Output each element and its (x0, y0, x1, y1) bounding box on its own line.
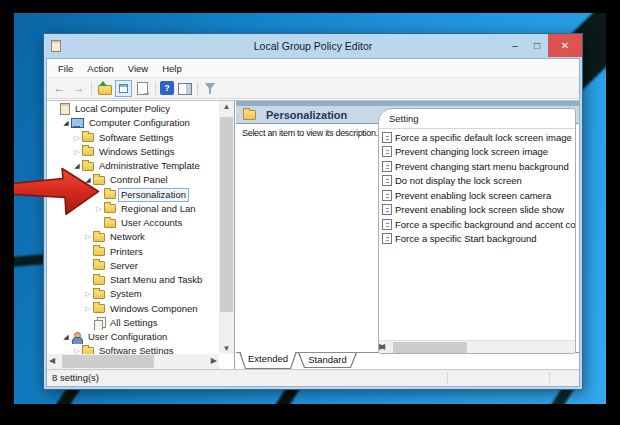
settings-list: Force a specific default lock screen ima… (379, 130, 575, 339)
tree-item-label: Regional and Lan (119, 203, 197, 215)
setting-label: Force a specific background and accent c… (395, 219, 575, 230)
setting-item-force-a-specific-default-lock-screen-image[interactable]: Force a specific default lock screen ima… (379, 130, 575, 145)
setting-label: Prevent changing start menu background (395, 161, 569, 172)
tree-item-label: Printers (108, 246, 145, 258)
tree-item-system[interactable]: ▷System (47, 287, 219, 301)
folder-icon (82, 133, 94, 142)
tab-extended[interactable]: Extended (239, 352, 297, 369)
help-icon[interactable]: ? (160, 81, 174, 95)
tree-item-windows-settings[interactable]: ▷Windows Settings (47, 145, 219, 159)
scrollbar-thumb[interactable] (393, 342, 467, 353)
expanded-expander-icon[interactable]: ◢ (72, 162, 82, 170)
menu-action[interactable]: Action (80, 63, 120, 74)
scrollbar-thumb[interactable] (220, 117, 233, 312)
desktop-wallpaper: Local Group Policy Editor – □ ✕ FileActi… (14, 13, 606, 404)
scroll-right-icon[interactable]: ▶ (211, 356, 217, 365)
tree-item-personalization[interactable]: Personalization (47, 188, 219, 202)
computer-icon (71, 118, 84, 129)
expanded-expander-icon[interactable]: ◢ (83, 176, 93, 184)
tree-item-label: User Accounts (119, 217, 184, 229)
scroll-right-icon[interactable]: ▶ (379, 342, 385, 351)
tree-item-start-menu-and-taskb[interactable]: Start Menu and Taskb (47, 273, 219, 287)
tree-item-software-settings[interactable]: ▷Software Settings (47, 344, 219, 354)
scrollbar-thumb[interactable] (62, 355, 154, 368)
scroll-down-icon[interactable]: ▼ (219, 344, 234, 353)
title-bar[interactable]: Local Group Policy Editor – □ ✕ (44, 34, 582, 58)
tab-label: Extended (239, 353, 297, 364)
tree-item-label: Personalization (119, 189, 188, 201)
show-console-tree-icon[interactable] (115, 80, 132, 97)
window-controls: – □ ✕ (504, 34, 582, 57)
up-one-level-icon[interactable] (96, 80, 113, 97)
maximize-button[interactable]: □ (526, 34, 548, 57)
menu-file[interactable]: File (51, 63, 80, 74)
setting-item-prevent-changing-start-menu-background[interactable]: Prevent changing start menu background (379, 159, 575, 174)
setting-item-force-a-specific-start-background[interactable]: Force a specific Start background (379, 232, 575, 247)
tree-item-label: All Settings (108, 317, 160, 329)
tree-item-printers[interactable]: Printers (47, 245, 219, 259)
policy-icon (60, 103, 70, 115)
tree-item-all-settings[interactable]: All Settings (47, 316, 219, 330)
tree-item-software-settings[interactable]: ▷Software Settings (47, 131, 219, 145)
tree-item-label: User Configuration (86, 331, 169, 343)
collapsed-expander-icon[interactable]: ▷ (83, 233, 93, 241)
close-button[interactable]: ✕ (548, 34, 582, 57)
scroll-left-icon[interactable]: ◀ (49, 356, 55, 365)
menu-view[interactable]: View (121, 63, 155, 74)
tree-item-label: Windows Settings (97, 146, 177, 158)
setting-item-force-a-specific-background-and-accent-color[interactable]: Force a specific background and accent c… (379, 217, 575, 232)
collapsed-expander-icon[interactable]: ▷ (83, 305, 93, 313)
folder-icon (104, 219, 116, 228)
tab-standard[interactable]: Standard (298, 353, 357, 368)
tab-label: Standard (298, 354, 357, 365)
setting-label: Prevent enabling lock screen slide show (395, 204, 564, 215)
tree-item-regional-and-lan[interactable]: ▷Regional and Lan (47, 202, 219, 216)
scroll-up-icon[interactable]: ▲ (219, 102, 234, 111)
collapsed-expander-icon[interactable]: ▷ (94, 205, 104, 213)
tree-item-network[interactable]: ▷Network (47, 230, 219, 244)
list-horizontal-scrollbar[interactable]: ◀ ▶ (379, 340, 575, 353)
show-action-pane-icon[interactable] (176, 80, 193, 97)
tree-item-server[interactable]: Server (47, 259, 219, 273)
forward-icon[interactable]: → (70, 80, 87, 97)
setting-item-do-not-display-the-lock-screen[interactable]: Do not display the lock screen (379, 174, 575, 189)
tree-item-computer-configuration[interactable]: ◢Computer Configuration (47, 116, 219, 130)
folder-icon (93, 233, 105, 242)
filter-icon[interactable] (202, 80, 219, 97)
main-area: Local Computer Policy◢Computer Configura… (47, 100, 579, 369)
collapsed-expander-icon[interactable]: ▷ (72, 148, 82, 156)
tree-item-local-computer-policy[interactable]: Local Computer Policy (47, 102, 219, 116)
console-tree: Local Computer Policy◢Computer Configura… (47, 102, 219, 354)
tree-item-administrative-template[interactable]: ◢Administrative Template (47, 159, 219, 173)
setting-label: Force a specific default lock screen ima… (395, 132, 572, 143)
setting-item-prevent-enabling-lock-screen-camera[interactable]: Prevent enabling lock screen camera (379, 188, 575, 203)
setting-item-prevent-changing-lock-screen-image[interactable]: Prevent changing lock screen image (379, 145, 575, 160)
tree-horizontal-scrollbar[interactable]: ◀ ▶ (47, 354, 219, 369)
policy-setting-icon (382, 161, 392, 172)
menu-help[interactable]: Help (155, 63, 189, 74)
tree-item-user-configuration[interactable]: ◢User Configuration (47, 330, 219, 344)
setting-label: Prevent changing lock screen image (395, 146, 548, 157)
setting-label: Do not display the lock screen (395, 175, 522, 186)
minimize-button[interactable]: – (504, 34, 526, 57)
expanded-expander-icon[interactable]: ◢ (61, 333, 71, 341)
tree-vertical-scrollbar[interactable]: ▲ ▼ (219, 101, 234, 354)
setting-column-header[interactable]: Setting (379, 109, 575, 129)
collapsed-expander-icon[interactable]: ▷ (72, 134, 82, 142)
policy-setting-icon (382, 204, 392, 215)
tree-item-user-accounts[interactable]: User Accounts (47, 216, 219, 230)
tree-item-control-panel[interactable]: ◢Control Panel (47, 173, 219, 187)
tree-item-windows-componen[interactable]: ▷Windows Componen (47, 302, 219, 316)
collapsed-expander-icon[interactable]: ▷ (72, 347, 82, 354)
user-icon (71, 332, 83, 343)
export-list-icon[interactable] (134, 80, 151, 97)
console-tree-pane: Local Computer Policy◢Computer Configura… (47, 101, 235, 369)
window-title: Local Group Policy Editor (44, 40, 582, 52)
back-icon[interactable]: ← (51, 80, 68, 97)
folder-icon (104, 190, 116, 199)
tree-item-label: Computer Configuration (87, 117, 192, 129)
setting-item-prevent-enabling-lock-screen-slide-show[interactable]: Prevent enabling lock screen slide show (379, 203, 575, 218)
expanded-expander-icon[interactable]: ◢ (61, 119, 71, 127)
collapsed-expander-icon[interactable]: ▷ (83, 290, 93, 298)
menu-bar: FileActionViewHelp (47, 59, 579, 78)
